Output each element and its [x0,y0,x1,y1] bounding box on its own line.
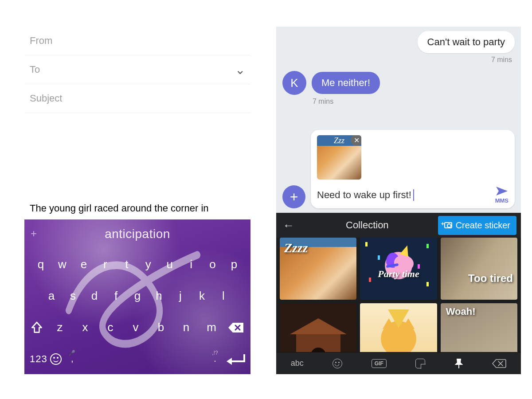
cat-pizza-icon [381,321,416,352]
backspace-key[interactable] [227,321,245,334]
to-field[interactable]: To ⌄ [24,55,250,84]
sticker-tile-lunch[interactable]: Lunch? [360,303,437,352]
tab-pinned[interactable] [454,358,463,369]
keyboard-category-tabs: abc GIF [276,352,521,374]
enter-key[interactable] [226,352,245,366]
camera-plus-icon [444,222,452,228]
messaging-screen: Can't wait to party 7 mins K Me neither!… [276,27,521,374]
sticker-tile-woah[interactable]: Woah! [441,303,517,352]
text-cursor [413,189,414,201]
chat-thread[interactable]: Can't wait to party 7 mins K Me neither!… [276,27,521,213]
numeric-key[interactable]: 123 [30,353,62,365]
compose-body[interactable]: The young girl raced around the corner i… [24,113,250,219]
create-sticker-label: Create sticker [456,220,510,231]
key-g[interactable]: g [128,289,147,303]
prediction-candidate[interactable]: anticipation [105,227,170,241]
remove-attachment-icon[interactable]: ✕ [351,135,361,146]
key-row-4: 123 🎤 , ,!? . [24,343,250,374]
outgoing-timestamp: 7 mins [491,56,512,64]
key-v[interactable]: v [126,321,145,334]
email-compose-screen: From To ⌄ Subject The young girl raced a… [24,27,250,374]
onscreen-keyboard[interactable]: + anticipation q w e r t y u i o p [24,219,250,374]
key-j[interactable]: j [171,289,190,303]
send-label: MMS [495,197,509,204]
chevron-down-icon[interactable]: ⌄ [235,63,245,77]
emoji-tab-icon [332,359,342,368]
numeric-key-label: 123 [30,353,47,365]
to-label: To [30,64,40,75]
compose-body-text: The young girl raced around the corner i… [30,203,245,214]
from-label: From [30,35,52,47]
attached-sticker[interactable]: Zzz ✕ [317,135,361,180]
pin-icon [454,358,463,369]
back-icon[interactable]: ← [281,219,297,232]
key-m[interactable]: m [202,321,221,334]
key-c[interactable]: c [101,321,120,334]
key-p[interactable]: p [225,258,243,271]
key-n[interactable]: n [177,321,196,334]
emoji-key-icon [50,353,62,365]
attached-sticker-caption: Zzz [334,136,344,145]
sticker-panel: ← Collection Create sticker Zzzz [276,213,521,374]
period-key[interactable]: ,!? . [204,354,226,364]
doghouse-icon [290,318,347,334]
incoming-message[interactable]: Me neither! [312,72,380,94]
tab-sticker[interactable] [415,359,425,368]
key-l[interactable]: l [214,289,233,303]
sticker-tile-doghouse[interactable] [280,303,356,352]
key-a[interactable]: a [42,289,61,303]
sticker-caption: Party time [360,269,437,279]
key-e[interactable]: e [74,258,93,271]
key-y[interactable]: y [139,258,157,271]
add-attachment-button[interactable]: + [282,185,305,208]
key-row-1: q w e r t y u i o p [24,249,250,280]
sticker-grid[interactable]: Zzzz Party time Too tired [276,238,521,352]
tab-backspace[interactable] [492,359,506,368]
subject-label: Subject [30,93,62,104]
tab-gif[interactable]: GIF [372,359,387,368]
key-h[interactable]: h [150,289,168,303]
from-field[interactable]: From [24,27,250,55]
key-q[interactable]: q [31,258,50,271]
gif-tab-icon: GIF [372,359,387,368]
key-x[interactable]: x [76,321,94,334]
tab-abc[interactable]: abc [291,359,304,368]
contact-avatar[interactable]: K [282,71,306,95]
key-u[interactable]: u [160,258,179,271]
key-row-2: a s d f g h j k l [24,280,250,312]
composer-text: Need to wake up first! [317,189,411,201]
outgoing-message[interactable]: Can't wait to party [418,31,515,53]
key-d[interactable]: d [85,289,104,303]
create-sticker-button[interactable]: Create sticker [438,216,516,235]
tab-emoji[interactable] [332,359,342,368]
send-icon [495,186,509,196]
key-w[interactable]: w [53,258,71,271]
incoming-timestamp: 7 mins [313,98,515,106]
key-o[interactable]: o [203,258,222,271]
message-composer[interactable]: Zzz ✕ Need to wake up first! MMS [311,130,515,208]
key-row-3: z x c v b n m [24,312,250,343]
sticker-tile-party-time[interactable]: Party time [360,238,437,300]
sticker-panel-toolbar: ← Collection Create sticker [276,213,521,238]
key-t[interactable]: t [117,258,136,271]
shift-key[interactable] [30,321,44,335]
sticker-caption: Zzzz [284,240,308,255]
sticker-caption: Woah! [446,306,476,317]
sticker-caption: Too tired [468,272,513,285]
sticker-tile-zzzz[interactable]: Zzzz [280,238,356,300]
key-s[interactable]: s [64,289,82,303]
key-b[interactable]: b [152,321,170,334]
backspace-tab-icon [492,359,506,368]
sticker-tile-too-tired[interactable]: Too tired [441,238,517,300]
key-z[interactable]: z [51,321,69,334]
send-button[interactable]: MMS [495,186,509,204]
key-i[interactable]: i [182,258,200,271]
sticker-tab-icon [415,359,425,368]
subject-field[interactable]: Subject [24,84,250,113]
panel-title: Collection [301,219,434,231]
key-f[interactable]: f [107,289,125,303]
key-r[interactable]: r [96,258,114,271]
key-k[interactable]: k [193,289,211,303]
toolbar-expand-icon[interactable]: + [31,227,37,240]
comma-key[interactable]: 🎤 , [62,354,83,364]
